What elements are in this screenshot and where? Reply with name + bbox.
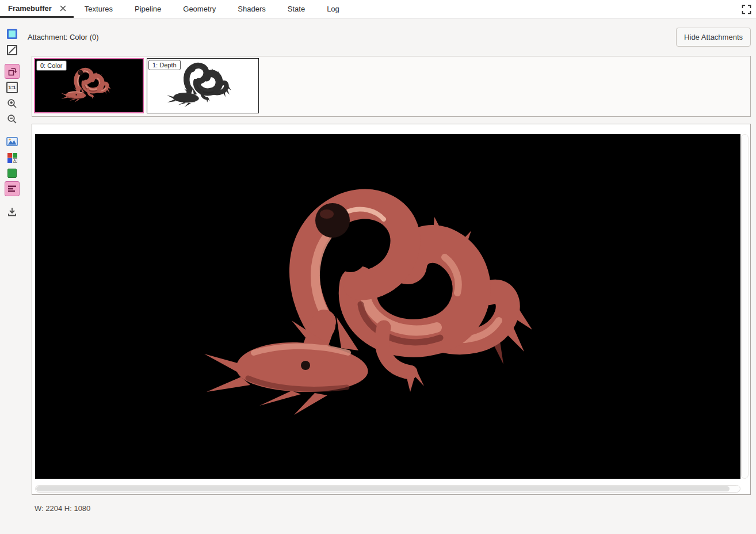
green-swatch-icon[interactable] bbox=[5, 166, 20, 181]
tab-log-label: Log bbox=[327, 5, 339, 13]
framebuffer-viewer bbox=[32, 124, 751, 495]
framebuffer-debugger-window: Framebuffer Textures Pipeline Geometry S… bbox=[0, 0, 756, 534]
cyan-color-swatch bbox=[7, 29, 17, 39]
tab-geometry[interactable]: Geometry bbox=[172, 0, 227, 18]
tab-framebuffer-label: Framebuffer bbox=[8, 4, 52, 13]
tab-pipeline-label: Pipeline bbox=[135, 5, 161, 13]
attachment-header-label: Attachment: Color (0) bbox=[28, 33, 99, 41]
image-mode-icon[interactable] bbox=[5, 134, 20, 149]
histogram-icon[interactable] bbox=[5, 181, 20, 196]
hide-attachments-button[interactable]: Hide Attachments bbox=[676, 28, 751, 47]
zoom-in-glyph bbox=[7, 98, 17, 109]
attachment-thumbnail-depth[interactable]: 1: Depth bbox=[147, 58, 259, 113]
hide-attachments-label: Hide Attachments bbox=[684, 33, 743, 41]
tab-state[interactable]: State bbox=[277, 0, 316, 18]
zoom-out-icon[interactable] bbox=[5, 112, 20, 127]
rgba-channels-icon[interactable]: A bbox=[5, 150, 20, 165]
alpha-channel-swatch: A bbox=[13, 158, 17, 163]
zoom-in-icon[interactable] bbox=[5, 96, 20, 111]
clear-color-swatch-icon[interactable] bbox=[5, 26, 20, 41]
framebuffer-canvas[interactable] bbox=[35, 134, 740, 479]
tab-textures-label: Textures bbox=[85, 5, 113, 13]
one-to-one-label: 1:1 bbox=[6, 82, 18, 93]
dragon-render bbox=[35, 134, 740, 479]
flip-glyph bbox=[7, 67, 17, 77]
zoom-out-glyph bbox=[7, 114, 17, 124]
transparent-background-icon[interactable] bbox=[5, 43, 20, 58]
tab-textures[interactable]: Textures bbox=[74, 0, 124, 18]
blue-channel-swatch bbox=[7, 158, 12, 163]
histogram-glyph bbox=[7, 185, 17, 193]
tab-state-label: State bbox=[288, 5, 305, 13]
tab-bar: Framebuffer Textures Pipeline Geometry S… bbox=[0, 0, 756, 18]
image-glyph bbox=[6, 137, 18, 146]
attachment-badge-depth: 1: Depth bbox=[148, 60, 181, 70]
horizontal-scrollbar[interactable] bbox=[35, 485, 740, 493]
horizontal-scrollbar-thumb[interactable] bbox=[36, 486, 730, 491]
flip-image-icon[interactable] bbox=[5, 64, 20, 79]
green-channel-swatch bbox=[13, 153, 17, 158]
fullscreen-icon[interactable] bbox=[741, 4, 751, 14]
rgba-grid-glyph: A bbox=[7, 153, 17, 163]
close-tab-icon[interactable] bbox=[59, 3, 68, 13]
tab-framebuffer[interactable]: Framebuffer bbox=[0, 0, 74, 18]
tab-geometry-label: Geometry bbox=[183, 5, 216, 13]
tab-pipeline[interactable]: Pipeline bbox=[124, 0, 172, 18]
attachment-thumbnail-color[interactable]: 0: Color bbox=[34, 58, 144, 113]
tab-log[interactable]: Log bbox=[316, 0, 350, 18]
download-glyph bbox=[7, 207, 17, 217]
vertical-scrollbar[interactable] bbox=[741, 134, 749, 479]
tab-shaders[interactable]: Shaders bbox=[227, 0, 276, 18]
diagonal-slash-icon bbox=[7, 45, 17, 55]
tab-shaders-label: Shaders bbox=[238, 5, 265, 13]
attachment-badge-color: 0: Color bbox=[36, 60, 67, 71]
red-channel-swatch bbox=[7, 153, 12, 158]
attachments-panel: 0: Color 1: Depth bbox=[32, 56, 751, 117]
zoom-actual-size-icon[interactable]: 1:1 bbox=[5, 80, 20, 95]
save-image-icon[interactable] bbox=[5, 204, 20, 219]
dimensions-status-text: W: 2204 H: 1080 bbox=[35, 504, 90, 513]
green-color-swatch bbox=[7, 169, 17, 178]
